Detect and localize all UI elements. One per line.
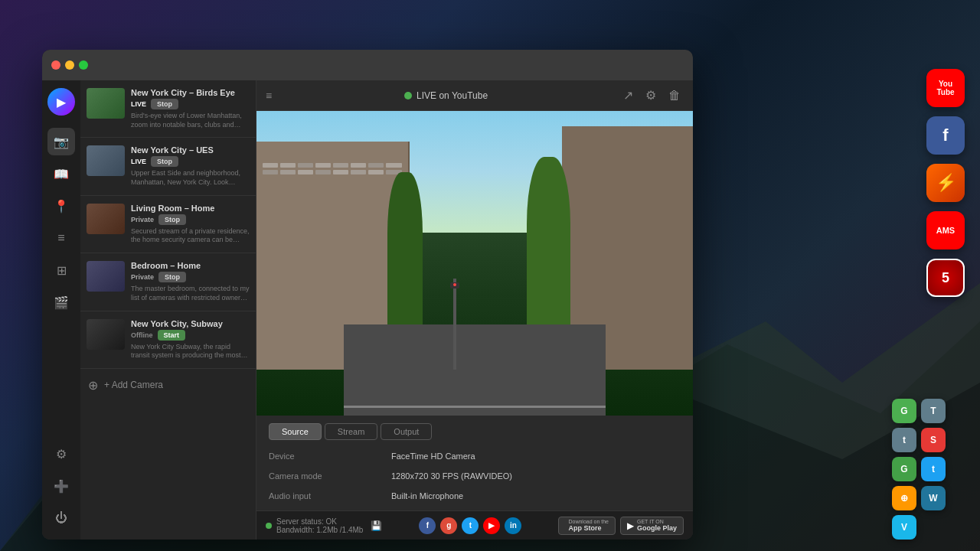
camera-thumbnail — [87, 319, 125, 350]
facebook-social-icon[interactable]: f — [419, 517, 436, 534]
disk-icon: 💾 — [371, 520, 382, 531]
googleplay-button[interactable]: ▶ GET IT ON Google Play — [620, 517, 684, 535]
camera-item[interactable]: Bedroom – Home Private Stop The master b… — [80, 253, 256, 311]
linkedin-social-icon[interactable]: in — [505, 517, 521, 534]
camera-action-button[interactable]: Stop — [151, 99, 178, 109]
camera-item[interactable]: New York City – Birds Eye LIVE Stop Bird… — [80, 80, 256, 138]
camera-name: New York City – UES — [131, 145, 250, 155]
top-actions: ↗ ⚙ 🗑 — [620, 85, 684, 106]
sidebar-item-grid[interactable]: ⊞ — [47, 256, 75, 284]
camera-status-row: Private Stop — [131, 272, 250, 282]
sidebar-item-cameras[interactable]: 📷 — [47, 128, 75, 155]
schedule-icon: 📖 — [54, 167, 69, 181]
appstore-button[interactable]: Download on the App Store — [558, 517, 616, 535]
status-badge: Offline — [131, 331, 153, 339]
youtube-social-icon[interactable]: ▶ — [483, 517, 500, 534]
tab-row: SourceStreamOutput — [269, 423, 681, 440]
appstore-label: App Store — [568, 524, 609, 532]
source-info: Device FaceTime HD Camera Camera mode 12… — [269, 449, 681, 503]
camera-info: New York City – UES LIVE Stop Upper East… — [131, 145, 250, 187]
server-status-dot — [266, 523, 272, 529]
main-content: ≡ LIVE on YouTube ↗ ⚙ 🗑 — [256, 80, 693, 540]
menu-icon[interactable]: ≡ — [266, 90, 272, 102]
camera-info: Bedroom – Home Private Stop The master b… — [131, 261, 250, 302]
status-bar: Server status: OK Bandwidth: 1.2Mb /1.4M… — [256, 510, 693, 540]
app-logo[interactable]: ▶ — [47, 88, 75, 116]
camera-action-button[interactable]: Start — [158, 330, 186, 341]
camera-status-row: Offline Start — [131, 330, 250, 341]
road — [344, 324, 606, 416]
mini-dock-icon-tw[interactable]: t — [921, 457, 946, 481]
live-indicator: LIVE on YouTube — [404, 90, 488, 101]
logo-icon: ▶ — [57, 95, 66, 109]
traffic-pole — [453, 279, 456, 370]
mini-dock-icon-s[interactable]: S — [921, 428, 946, 452]
camera-description: Secured stream of a private residence, t… — [131, 227, 250, 245]
camera-thumbnail — [87, 88, 125, 119]
right-dock: You Tube f ⚡ AMS 5 — [926, 69, 965, 297]
five-dock-icon[interactable]: 5 — [926, 259, 965, 297]
sidebar-item-power[interactable]: ⏻ — [47, 504, 75, 532]
sidebar-item-add[interactable]: ➕ — [47, 472, 75, 500]
camera-status-row: LIVE Stop — [131, 156, 250, 167]
maximize-button[interactable] — [79, 60, 88, 70]
camera-item[interactable]: New York City – UES LIVE Stop Upper East… — [80, 138, 256, 195]
grid-icon: ⊞ — [57, 263, 67, 278]
camera-name: Bedroom – Home — [131, 261, 250, 270]
ams-dock-icon[interactable]: AMS — [926, 211, 965, 249]
audio-input-value: Built-in Microphone — [391, 489, 681, 503]
sidebar-item-settings[interactable]: ⚙ — [47, 440, 75, 468]
sidebar-item-list[interactable]: ≡ — [47, 224, 75, 252]
mini-dock-icon-wp[interactable]: W — [921, 486, 946, 510]
camera-name: New York City – Birds Eye — [131, 88, 250, 97]
youtube-dock-icon[interactable]: You Tube — [926, 69, 965, 107]
app-window: ▶ 📷 📖 📍 ≡ ⊞ 🎬 ⚙ — [42, 50, 693, 540]
camera-mode-value: 980x551 30 FPS (RAWVIDEO) — [391, 469, 681, 483]
camera-status-row: LIVE Stop — [131, 99, 250, 109]
camera-thumbnail — [87, 145, 125, 176]
tab-stream[interactable]: Stream — [325, 423, 377, 440]
mini-dock-icon-g2[interactable]: G — [892, 457, 916, 481]
thunder-dock-icon[interactable]: ⚡ — [926, 164, 965, 202]
tab-source[interactable]: Source — [269, 423, 322, 440]
mini-dock-icon-t2[interactable]: T — [921, 399, 946, 423]
video-content — [256, 111, 693, 416]
camera-item[interactable]: New York City, Subway Offline Start New … — [80, 311, 256, 369]
mini-dock-icon-g[interactable]: G — [892, 399, 916, 423]
camera-info: Living Room – Home Private Stop Secured … — [131, 204, 250, 245]
mini-dock-icon-v[interactable]: V — [892, 515, 916, 540]
camera-description: Bird's-eye view of Lower Manhattan, zoom… — [131, 112, 250, 129]
mini-dock-icon-t3[interactable]: t — [892, 428, 916, 452]
sidebar-item-schedule[interactable]: 📖 — [47, 160, 75, 187]
youtube-icon-text: You — [939, 80, 952, 88]
camera-name: New York City, Subway — [131, 319, 250, 328]
tab-output[interactable]: Output — [381, 423, 432, 440]
delete-button[interactable]: 🗑 — [665, 85, 684, 106]
minimize-button[interactable] — [65, 60, 74, 70]
status-badge: LIVE — [131, 100, 146, 108]
window-body: ▶ 📷 📖 📍 ≡ ⊞ 🎬 ⚙ — [42, 80, 693, 540]
camera-description: New York City Subway, the rapid transit … — [131, 343, 250, 360]
server-status: Server status: OK Bandwidth: 1.2Mb /1.4M… — [266, 517, 382, 534]
play-icon: ▶ — [627, 520, 634, 531]
add-camera-button[interactable]: ⊕ + Add Camera — [80, 369, 256, 402]
device-label: Device — [269, 449, 391, 463]
settings-button[interactable]: ⚙ — [642, 85, 659, 106]
facebook-dock-icon[interactable]: f — [926, 116, 965, 155]
sidebar-icons: ▶ 📷 📖 📍 ≡ ⊞ 🎬 ⚙ — [42, 80, 80, 540]
live-text: LIVE on YouTube — [416, 90, 488, 101]
facebook-icon-text: f — [942, 126, 948, 145]
camera-item[interactable]: Living Room – Home Private Stop Secured … — [80, 196, 256, 253]
camera-action-button[interactable]: Stop — [158, 272, 186, 282]
camera-action-button[interactable]: Stop — [158, 214, 186, 225]
bottom-panel: SourceStreamOutput Device FaceTime HD Ca… — [256, 416, 693, 510]
close-button[interactable] — [51, 60, 60, 70]
googleplus-social-icon[interactable]: g — [440, 517, 457, 534]
sidebar-item-video[interactable]: 🎬 — [47, 289, 75, 316]
sidebar-item-location[interactable]: 📍 — [47, 192, 75, 220]
camera-action-button[interactable]: Stop — [151, 156, 178, 167]
traffic-lights — [51, 60, 88, 70]
share-button[interactable]: ↗ — [620, 85, 636, 106]
twitter-social-icon[interactable]: t — [462, 517, 479, 534]
mini-dock-icon-o[interactable]: ⊕ — [892, 486, 916, 510]
